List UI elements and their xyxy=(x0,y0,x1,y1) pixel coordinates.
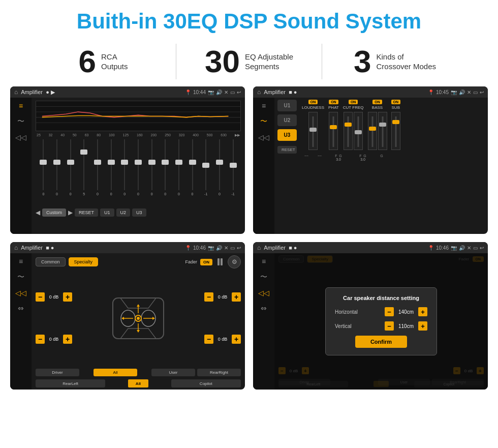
camera-icon: 📷 xyxy=(208,89,214,95)
speaker-layout: − 0 dB + − 0 dB + xyxy=(36,271,241,366)
rr-minus-button[interactable]: − xyxy=(204,335,213,344)
eq-slider-14[interactable]: 0 xyxy=(215,139,224,205)
eq-slider-6[interactable]: 0 xyxy=(107,139,115,205)
back-icon[interactable]: ↩ xyxy=(237,89,241,95)
phat-slider[interactable] xyxy=(329,112,338,150)
dialog-sidebar-arrows[interactable]: ⇔ xyxy=(261,304,267,312)
cutfreq-sliderG[interactable] xyxy=(354,112,363,150)
loudness-slider[interactable] xyxy=(308,112,318,150)
fader-back[interactable]: ↩ xyxy=(237,245,241,251)
settings-icon[interactable]: ⚙ xyxy=(228,255,241,268)
next-icon[interactable]: ▶ xyxy=(68,209,73,216)
eq-slider-13[interactable]: -1 xyxy=(202,139,210,205)
crossover-back[interactable]: ↩ xyxy=(480,89,484,95)
loudness-channel: ON LOUDNESS xyxy=(302,100,324,150)
all-button[interactable]: All xyxy=(94,369,137,376)
eq-sidebar-wave[interactable]: 〜 xyxy=(17,117,24,126)
page-title: Buith-in 30EQ DSP Sound System xyxy=(10,9,488,34)
eq-slider-12[interactable]: 0 xyxy=(189,139,197,205)
fader-sidebar-cross[interactable]: 〜 xyxy=(17,273,24,282)
vertical-minus-button[interactable]: − xyxy=(385,321,394,331)
eq-status-bar: ⌂ Amplifier ● ▶ 📍 10:44 📷 🔊 ✕ ▭ ↩ xyxy=(10,86,245,98)
u1-select-button[interactable]: U1 xyxy=(277,100,297,111)
bass-sliderG[interactable] xyxy=(378,112,387,150)
cutfreq-sliderF[interactable] xyxy=(344,112,353,150)
crossover-sidebar-eq[interactable]: ≡ xyxy=(262,102,266,110)
fader-screen-content: ≡ 〜 ◁◁ ⇔ Common Specialty Fader ON xyxy=(10,253,245,390)
sub-slider[interactable] xyxy=(391,112,400,150)
bass-sliderF[interactable] xyxy=(368,112,377,150)
common-tab[interactable]: Common xyxy=(36,257,66,266)
eq-slider-7[interactable]: 0 xyxy=(120,139,129,205)
stat-eq-number: 30 xyxy=(205,46,240,77)
eq-sidebar-equalizer[interactable]: ≡ xyxy=(19,102,23,110)
dialog-sidebar-eq[interactable]: ≡ xyxy=(262,257,266,265)
eq-slider-4[interactable]: 5 xyxy=(80,139,88,205)
eq-slider-11[interactable]: 0 xyxy=(175,139,183,205)
u3-select-button[interactable]: U3 xyxy=(277,129,297,141)
fl-plus-button[interactable]: + xyxy=(63,292,72,302)
confirm-button[interactable]: Confirm xyxy=(355,336,407,348)
eq-sidebar-speaker[interactable]: ◁◁ xyxy=(15,133,26,141)
svg-marker-16 xyxy=(152,317,155,320)
rearleft-button[interactable]: RearLeft xyxy=(36,379,105,387)
driver-button[interactable]: Driver xyxy=(36,369,79,376)
eq-slider-9[interactable]: 0 xyxy=(148,139,156,205)
dialog-home-icon[interactable]: ⌂ xyxy=(257,244,261,251)
eq-slider-8[interactable]: 0 xyxy=(134,139,142,205)
eq-slider-5[interactable]: 0 xyxy=(94,139,102,205)
crossover-app-title: Amplifier ■ ● xyxy=(264,89,425,95)
home-icon[interactable]: ⌂ xyxy=(14,88,18,96)
horizontal-minus-button[interactable]: − xyxy=(385,307,394,316)
horizontal-plus-button[interactable]: + xyxy=(418,307,427,316)
eq-slider-15[interactable]: -1 xyxy=(229,139,237,205)
copilot-button[interactable]: Copilot xyxy=(171,379,241,387)
u1-button[interactable]: U1 xyxy=(100,208,114,217)
vertical-plus-button[interactable]: + xyxy=(418,321,427,331)
fl-minus-button[interactable]: − xyxy=(36,292,45,302)
dialog-sidebar-cross[interactable]: 〜 xyxy=(260,273,267,282)
bass-on-badge[interactable]: ON xyxy=(372,100,382,104)
fader-home-icon[interactable]: ⌂ xyxy=(14,244,18,251)
cutfreq-on-badge[interactable]: ON xyxy=(349,100,358,104)
rl-minus-button[interactable]: − xyxy=(36,335,45,344)
eq-slider-3[interactable]: 0 xyxy=(67,139,75,205)
sub-on-badge[interactable]: ON xyxy=(391,100,401,104)
u2-select-button[interactable]: U2 xyxy=(277,114,297,126)
crossover-home-icon[interactable]: ⌂ xyxy=(257,88,261,96)
eq-slider-2[interactable]: 0 xyxy=(53,139,61,205)
u3-button[interactable]: U3 xyxy=(132,208,146,217)
phat-on-badge[interactable]: ON xyxy=(329,100,338,104)
u2-button[interactable]: U2 xyxy=(116,208,131,217)
reset-button[interactable]: RESET xyxy=(75,208,98,217)
fader-window: ▭ xyxy=(230,245,235,251)
rearright-button[interactable]: RearRight xyxy=(197,369,241,376)
custom-preset-button[interactable]: Custom xyxy=(42,208,66,217)
crossover-sidebar-cross[interactable]: 〜 xyxy=(260,117,267,126)
fader-sidebar-eq[interactable]: ≡ xyxy=(19,257,23,265)
fr-plus-button[interactable]: + xyxy=(232,292,241,302)
eq-screen-content: ≡ 〜 ◁◁ xyxy=(10,98,245,234)
crossover-reset-button[interactable]: RESET xyxy=(277,146,297,154)
dialog-back[interactable]: ↩ xyxy=(480,245,484,251)
stat-crossover-number: 3 xyxy=(354,46,371,77)
stat-crossover-label: Kinds ofCrossover Modes xyxy=(376,52,436,72)
dialog-sidebar-speaker[interactable]: ◁◁ xyxy=(258,289,269,297)
loudness-on-badge[interactable]: ON xyxy=(308,100,318,104)
eq-slider-10[interactable]: 0 xyxy=(161,139,169,205)
fader-screen: ⌂ Amplifier ■ ● 📍 10:46 📷 🔊 ✕ ▭ ↩ ≡ 〜 ◁◁… xyxy=(10,242,245,390)
fader-sidebar-arrows[interactable]: ⇔ xyxy=(18,304,24,312)
crossover-sidebar-speaker[interactable]: ◁◁ xyxy=(258,133,269,141)
volume-icon: 🔊 xyxy=(216,89,222,95)
fr-minus-button[interactable]: − xyxy=(204,292,213,302)
specialty-tab[interactable]: Specialty xyxy=(69,257,99,266)
eq-slider-1[interactable]: 0 xyxy=(39,139,47,205)
fader-sidebar-speaker[interactable]: ◁◁ xyxy=(15,289,26,297)
rl-plus-button[interactable]: + xyxy=(63,335,72,344)
prev-icon[interactable]: ◀ xyxy=(36,209,40,216)
rr-plus-button[interactable]: + xyxy=(232,335,241,344)
user-button[interactable]: User xyxy=(151,369,195,376)
bass-label: BASS xyxy=(372,105,383,110)
fader-on-toggle[interactable]: ON xyxy=(200,259,212,265)
dialog-camera: 📷 xyxy=(451,245,457,251)
